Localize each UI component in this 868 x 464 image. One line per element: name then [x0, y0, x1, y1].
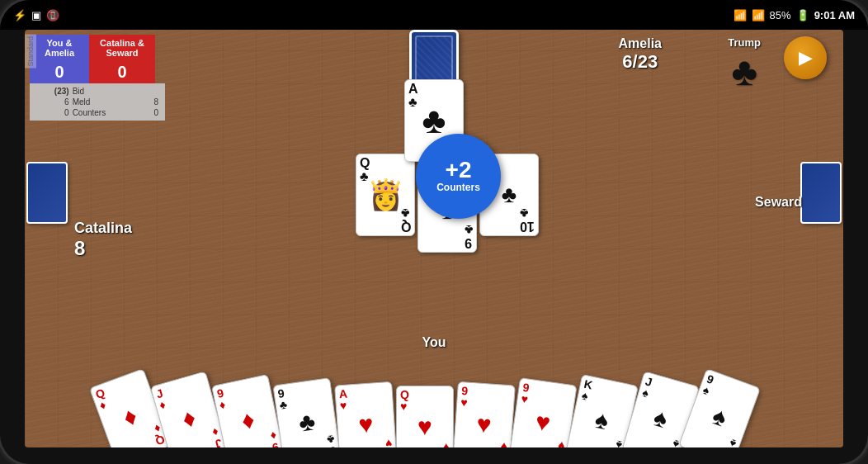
go-arrow-icon: ▶ [799, 47, 813, 69]
hand-center-6: ♥ [475, 410, 492, 439]
bid-label: Bid [71, 86, 144, 97]
hand-center-10: ♠ [709, 401, 731, 432]
queen-center: 👸 [367, 178, 404, 212]
score-details: (23) Bid 6 Meld 8 0 Counters 0 [30, 83, 165, 121]
game-mode-label: Standard [25, 35, 36, 69]
trump-suit: ♣ [728, 49, 761, 94]
catalina-score: 8 [74, 237, 132, 260]
hand-card-6[interactable]: 9 ♥ ♥ 9 ♥ [452, 381, 516, 447]
hand-center-3: ♣ [297, 407, 317, 437]
hand-br-5: Q ♥ [441, 442, 450, 447]
signal-icon: 📶 [752, 9, 765, 21]
hand-br-8: K ♠ [610, 438, 623, 447]
ten-center: ♣ [502, 182, 517, 208]
hand-br-9: J ♠ [668, 438, 680, 447]
hand-br-6: 9 ♥ [499, 441, 507, 447]
counters-bubble: +2 Counters [416, 134, 501, 219]
wifi-off-icon: 📵 [46, 9, 59, 21]
trump-area: Trump ♣ [728, 36, 761, 94]
counters-label-l: 0 [35, 107, 71, 118]
hand-tl-9: J ♠ [641, 375, 653, 399]
bid-number: (23) [35, 86, 71, 97]
battery-percent: 85% [770, 9, 791, 21]
status-bar: ⚡ ▣ 📵 📶 📶 85% 🔋 9:01 AM [0, 0, 868, 30]
hand-card-5[interactable]: Q ♥ ♥ Q ♥ [396, 386, 454, 447]
hand-tl-2: 9 ♦ [216, 387, 227, 411]
hand-center-9: ♠ [650, 403, 671, 433]
right-deck [800, 162, 842, 224]
amelia-info: Amelia 6/23 [619, 36, 662, 73]
wifi-icon: 📶 [734, 9, 747, 21]
meld-label: 6 [35, 97, 71, 107]
hand-center-7: ♥ [534, 407, 552, 437]
hand-card-3[interactable]: 9 ♣ ♣ 9 ♣ [272, 377, 341, 447]
hand-tl-6: 9 ♥ [460, 385, 469, 409]
nine-br: 9 ♣ [465, 223, 474, 249]
you-label: You [422, 335, 446, 350]
meld-col: Meld [71, 97, 144, 107]
queen-br: Q ♣ [401, 206, 411, 233]
game-area: Standard You & Amelia Catalina & Seward … [25, 30, 843, 447]
hand-center-0: ♦ [120, 401, 141, 432]
phone-frame: ⚡ ▣ 📵 📶 📶 85% 🔋 9:01 AM Standard You & A… [0, 0, 868, 464]
hand-tl-7: 9 ♥ [521, 381, 531, 405]
status-right: 📶 📶 85% 🔋 9:01 AM [734, 9, 855, 21]
go-button[interactable]: ▶ [784, 36, 827, 79]
ace-center: ♣ [422, 100, 446, 141]
time: 9:01 AM [814, 9, 855, 21]
counters-sublabel: Counters [436, 182, 480, 193]
sim-icon: ▣ [31, 9, 41, 21]
status-left: ⚡ ▣ 📵 [13, 9, 59, 21]
hand-area: Q ♦ ♦ Q ♦ J ♦ ♦ J ♦ 9 ♦ ♦ 9 ♦ 9 ♣ [25, 340, 843, 447]
ten-br: 10 ♣ [520, 206, 535, 233]
hand-br-4: A ♥ [384, 438, 394, 447]
score-table: You & Amelia Catalina & Seward 0 0 (23) … [30, 35, 165, 121]
hand-center-8: ♠ [592, 405, 611, 436]
hand-tl-4: A ♥ [338, 388, 348, 412]
catalina-name: Catalina [74, 220, 132, 237]
ace-tl: A ♣ [408, 83, 418, 109]
seward-label: Seward [755, 195, 802, 210]
trump-label: Trump [728, 36, 761, 49]
counters-val: 0 [144, 107, 160, 118]
hand-card-7[interactable]: 9 ♥ ♥ 9 ♥ [508, 377, 577, 447]
meld-val: 8 [144, 97, 160, 107]
hand-center-2: ♦ [239, 405, 257, 435]
counters-col: Counters [71, 107, 144, 118]
catalina-info: Catalina 8 [74, 220, 132, 260]
team2-name: Catalina & Seward [89, 35, 155, 61]
hand-tl-10: 9 ♠ [701, 373, 715, 397]
hand-center-1: ♦ [179, 403, 199, 433]
hand-tl-0: Q ♦ [94, 386, 111, 411]
hand-tl-8: K ♠ [581, 378, 594, 402]
hand-br-3: 9 ♣ [326, 433, 337, 447]
battery-icon: 🔋 [796, 9, 809, 21]
score-header: You & Amelia Catalina & Seward [30, 35, 165, 61]
counters-value: +2 [446, 159, 472, 182]
team2-score: 0 [89, 61, 155, 83]
team1-score: 0 [30, 61, 89, 83]
hand-card-4[interactable]: A ♥ ♥ A ♥ [334, 381, 398, 447]
hand-card-2[interactable]: 9 ♦ ♦ 9 ♦ [211, 374, 285, 447]
team1-name: You & Amelia [30, 35, 89, 61]
hand-br-10: 9 ♠ [724, 438, 738, 447]
usb-icon: ⚡ [13, 9, 26, 21]
hand-tl-5: Q ♥ [400, 389, 409, 412]
left-deck [26, 162, 68, 224]
hand-br-7: 9 ♥ [555, 439, 565, 447]
bid-val2 [144, 86, 160, 97]
play-card-queen[interactable]: Q ♣ 👸 Q ♣ [356, 154, 415, 236]
amelia-score: 6/23 [619, 51, 662, 73]
hand-tl-3: 9 ♣ [277, 387, 288, 411]
amelia-name: Amelia [619, 36, 662, 51]
hand-center-5: ♥ [417, 413, 432, 441]
hand-tl-1: J ♦ [155, 387, 167, 411]
hand-center-4: ♥ [357, 410, 374, 439]
score-values: 0 0 [30, 61, 165, 83]
